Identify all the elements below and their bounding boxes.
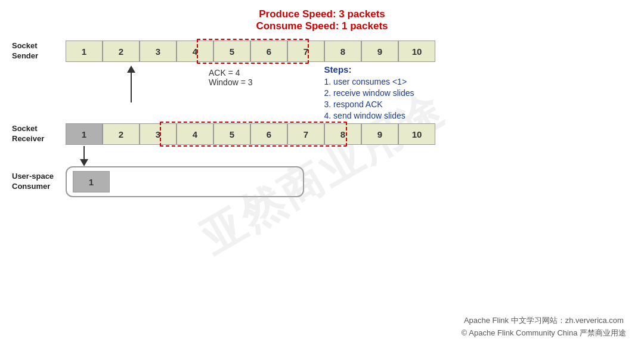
ack-arrow xyxy=(127,66,135,102)
window-value: Window = 3 xyxy=(209,77,253,87)
consumer-box: 1 xyxy=(66,166,304,197)
receiver-packet-1: 1 xyxy=(66,123,103,145)
receiver-packets: 12345678910 xyxy=(66,123,435,145)
ack-value: ACK = 4 xyxy=(209,68,253,77)
receiver-packet-7: 7 xyxy=(287,123,324,145)
down-arrow-shaft xyxy=(83,146,85,159)
receiver-packet-4: 4 xyxy=(177,123,213,145)
sender-packet-10: 10 xyxy=(398,41,435,62)
consumer-label: User-space Consumer xyxy=(12,172,66,192)
ack-info: ACK = 4 Window = 3 xyxy=(209,68,253,87)
step-3: 3. respond ACK xyxy=(324,100,414,109)
steps-list: 1. user consumes <1>2. receive window sl… xyxy=(324,77,414,120)
receiver-packets-wrapper: 12345678910 xyxy=(66,123,435,145)
sender-packets-wrapper: 12345678910 xyxy=(66,41,435,62)
sender-packet-8: 8 xyxy=(324,41,361,62)
sender-packets: 12345678910 xyxy=(66,41,435,62)
speed-info: Produce Speed: 3 packets Consume Speed: … xyxy=(12,8,632,32)
sender-packet-4: 4 xyxy=(177,41,213,62)
sender-label: Socket Sender xyxy=(12,41,66,61)
sender-packet-6: 6 xyxy=(250,41,287,62)
step-1: 1. user consumes <1> xyxy=(324,77,414,86)
sender-packet-9: 9 xyxy=(361,41,398,62)
sender-packet-7: 7 xyxy=(287,41,324,62)
receiver-row: Socket Receiver 12345678910 xyxy=(12,123,632,145)
arrow-head-up-icon xyxy=(127,66,135,73)
sender-packet-1: 1 xyxy=(66,41,103,62)
receiver-packet-10: 10 xyxy=(398,123,435,145)
step-4: 4. send window slides xyxy=(324,111,414,120)
footer-line1: Apache Flink 中文学习网站：zh.ververica.com xyxy=(462,315,626,327)
consumer-row: User-space Consumer 1 xyxy=(12,166,632,197)
sender-row: Socket Sender 12345678910 xyxy=(12,41,632,62)
sender-packet-3: 3 xyxy=(140,41,177,62)
receiver-packet-2: 2 xyxy=(103,123,140,145)
sender-packet-5: 5 xyxy=(213,41,250,62)
steps-title: Steps: xyxy=(324,64,414,74)
receiver-packet-3: 3 xyxy=(140,123,177,145)
steps-box: Steps: 1. user consumes <1>2. receive wi… xyxy=(324,64,414,122)
produce-speed: Produce Speed: 3 packets xyxy=(12,8,632,20)
footer: Apache Flink 中文学习网站：zh.ververica.com © A… xyxy=(462,315,626,340)
arrow-head-down-icon xyxy=(80,159,88,166)
arrow-shaft xyxy=(131,73,132,102)
down-arrow-container xyxy=(66,145,103,166)
step-2: 2. receive window slides xyxy=(324,88,414,98)
sender-packet-2: 2 xyxy=(103,41,140,62)
receiver-packet-6: 6 xyxy=(250,123,287,145)
receiver-label: Socket Receiver xyxy=(12,124,66,144)
footer-line2: © Apache Flink Community China 严禁商业用途 xyxy=(462,327,626,340)
receiver-packet-8: 8 xyxy=(324,123,361,145)
receiver-packet-9: 9 xyxy=(361,123,398,145)
consume-speed: Consume Speed: 1 packets xyxy=(12,20,632,32)
consumer-packet: 1 xyxy=(73,171,110,192)
receiver-packet-5: 5 xyxy=(213,123,250,145)
